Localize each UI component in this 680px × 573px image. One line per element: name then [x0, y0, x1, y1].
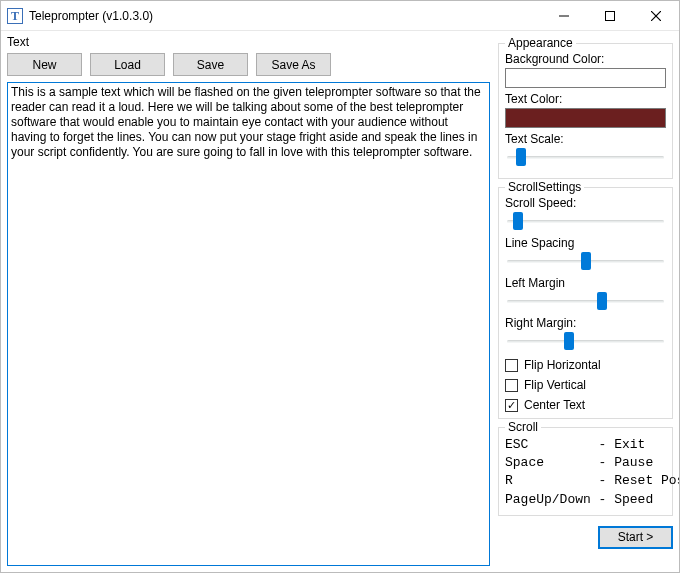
flip-vertical-label: Flip Vertical: [524, 378, 586, 392]
right-margin-slider[interactable]: [505, 332, 666, 352]
scroll-help-group-label: Scroll: [505, 420, 541, 434]
scroll-help-text: ESC - Exit Space - Pause R - Reset Pos P…: [505, 432, 666, 509]
flip-vertical-row[interactable]: Flip Vertical: [505, 378, 666, 392]
script-textarea[interactable]: [7, 82, 490, 566]
svg-rect-1: [606, 11, 615, 20]
scroll-help-group: Scroll ESC - Exit Space - Pause R - Rese…: [498, 427, 673, 516]
new-button[interactable]: New: [7, 53, 82, 76]
flip-vertical-checkbox[interactable]: [505, 379, 518, 392]
line-spacing-slider[interactable]: [505, 252, 666, 272]
app-icon: T: [7, 8, 23, 24]
center-text-row[interactable]: ✓ Center Text: [505, 398, 666, 412]
flip-horizontal-label: Flip Horizontal: [524, 358, 601, 372]
appearance-group: Appearance Background Color: Text Color:…: [498, 43, 673, 179]
save-button[interactable]: Save: [173, 53, 248, 76]
scroll-speed-slider[interactable]: [505, 212, 666, 232]
text-toolbar: New Load Save Save As: [7, 53, 490, 76]
center-text-label: Center Text: [524, 398, 585, 412]
text-scale-slider[interactable]: [505, 148, 666, 168]
save-as-button[interactable]: Save As: [256, 53, 331, 76]
load-button[interactable]: Load: [90, 53, 165, 76]
maximize-icon: [605, 11, 615, 21]
text-panel: Text New Load Save Save As: [7, 33, 490, 566]
appearance-group-label: Appearance: [505, 36, 576, 50]
title-bar: T Teleprompter (v1.0.3.0): [1, 1, 679, 31]
text-scale-label: Text Scale:: [505, 132, 666, 146]
text-color-picker[interactable]: [505, 108, 666, 128]
text-section-label: Text: [7, 35, 490, 49]
scroll-speed-label: Scroll Speed:: [505, 196, 666, 210]
minimize-button[interactable]: [541, 1, 587, 31]
minimize-icon: [559, 11, 569, 21]
window-title: Teleprompter (v1.0.3.0): [29, 9, 153, 23]
close-icon: [651, 11, 661, 21]
left-margin-label: Left Margin: [505, 276, 666, 290]
line-spacing-label: Line Spacing: [505, 236, 666, 250]
right-margin-label: Right Margin:: [505, 316, 666, 330]
flip-horizontal-checkbox[interactable]: [505, 359, 518, 372]
left-margin-slider[interactable]: [505, 292, 666, 312]
center-text-checkbox[interactable]: ✓: [505, 399, 518, 412]
bg-color-picker[interactable]: [505, 68, 666, 88]
start-button[interactable]: Start >: [598, 526, 673, 549]
flip-horizontal-row[interactable]: Flip Horizontal: [505, 358, 666, 372]
text-color-label: Text Color:: [505, 92, 666, 106]
settings-panel: Appearance Background Color: Text Color:…: [498, 33, 673, 566]
bg-color-label: Background Color:: [505, 52, 666, 66]
maximize-button[interactable]: [587, 1, 633, 31]
close-button[interactable]: [633, 1, 679, 31]
scroll-settings-group-label: ScrollSettings: [505, 180, 584, 194]
scroll-settings-group: ScrollSettings Scroll Speed: Line Spacin…: [498, 187, 673, 419]
